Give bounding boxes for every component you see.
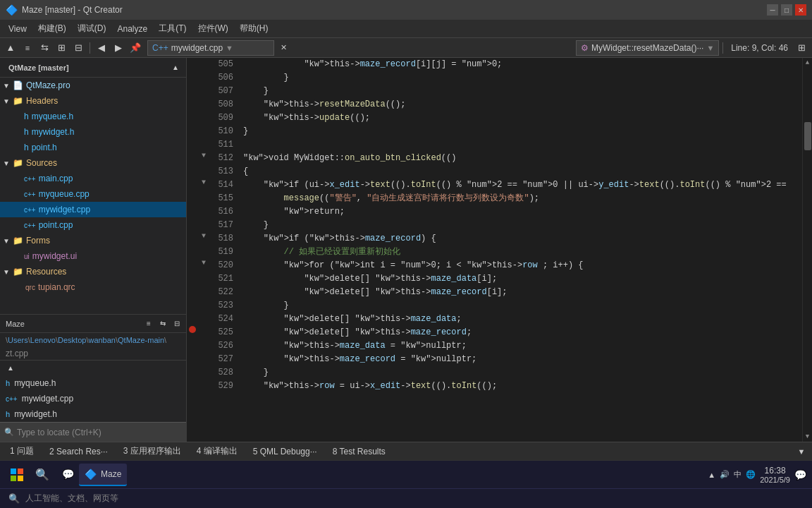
- fold-arrow[interactable]: ▼: [198, 259, 209, 267]
- path-qtmaze-main[interactable]: QtMaze-main: [118, 336, 164, 344]
- file-list-myqueue-h[interactable]: h myqueue.h: [0, 375, 186, 391]
- btab-test[interactable]: 8 Test Results: [326, 445, 393, 458]
- sidebar-bottom-filter[interactable]: ≡: [142, 318, 155, 330]
- path-wanban[interactable]: wanban: [88, 336, 116, 344]
- toolbar-filter-btn[interactable]: ≡: [20, 40, 35, 56]
- btab-compile[interactable]: 4 编译输出: [190, 444, 245, 459]
- line-code[interactable]: }: [240, 125, 802, 138]
- line-code[interactable]: }: [240, 71, 802, 85]
- menu-debug[interactable]: 调试(D): [72, 21, 112, 36]
- toolbar-add-btn[interactable]: ⊞: [54, 40, 69, 56]
- toolbar-pin-btn[interactable]: 📌: [128, 40, 143, 56]
- taskbar-lang-icon[interactable]: 中: [734, 469, 742, 480]
- path-users[interactable]: Users: [8, 336, 28, 344]
- taskbar-speaker-icon[interactable]: 🔊: [720, 470, 730, 479]
- line-code[interactable]: "kw">void MyWidget::on_auto_btn_clicked(…: [240, 152, 802, 165]
- toolbar-extra-btn[interactable]: ⊞: [794, 40, 809, 56]
- taskbar-notification-icon[interactable]: 💬: [794, 469, 806, 480]
- line-code[interactable]: "kw">delete[] "kw">this->maze_data;: [240, 313, 802, 326]
- line-code[interactable]: {: [240, 165, 802, 179]
- path-desktop[interactable]: Desktop: [58, 336, 86, 344]
- tree-item-mywidget-ui[interactable]: ui mywidget.ui: [0, 248, 186, 264]
- taskbar-search-icon[interactable]: 🔍: [31, 464, 54, 486]
- menu-help[interactable]: 帮助(H): [234, 21, 274, 36]
- line-code[interactable]: "kw">this->maze_data = "kw">nullptr;: [240, 339, 802, 353]
- btab-problems[interactable]: 1 问题: [3, 444, 41, 459]
- breakpoint-gutter[interactable]: [187, 326, 198, 333]
- btab-qml[interactable]: 5 QML Debugg···: [246, 445, 324, 458]
- menu-tools[interactable]: 工具(T): [153, 21, 192, 36]
- toolbar-split-btn[interactable]: ⊟: [70, 40, 86, 56]
- taskbar-qt-app[interactable]: 🔷 Maze: [79, 464, 127, 486]
- vscroll-down[interactable]: ▼: [803, 432, 812, 442]
- line-code[interactable]: }: [240, 85, 802, 98]
- active-file-tab[interactable]: C++ mywidget.cpp ▼: [147, 40, 274, 56]
- tree-item-main-cpp[interactable]: c++ main.cpp: [0, 171, 186, 186]
- fold-arrow[interactable]: ▼: [198, 179, 209, 186]
- sidebar-bottom-sync[interactable]: ⇆: [156, 318, 169, 330]
- path-lenovo[interactable]: Lenovo: [30, 336, 56, 344]
- line-code[interactable]: "kw">this->maze_record = "kw">nullptr;: [240, 353, 802, 366]
- windows-start-icon[interactable]: [6, 464, 28, 486]
- tree-item-headers[interactable]: ▼ 📁 Headers: [0, 93, 186, 109]
- tree-item-mywidget-cpp[interactable]: c++ mywidget.cpp: [0, 202, 186, 217]
- line-code[interactable]: "kw">this->maze_record[i][j] = "num">0;: [240, 58, 802, 71]
- clock[interactable]: 16:38 2021/5/9: [760, 466, 790, 484]
- file-list-mywidget-cpp[interactable]: c++ mywidget.cpp: [0, 391, 186, 406]
- menu-build[interactable]: 构建(B): [32, 21, 72, 36]
- vscroll-up[interactable]: ▲: [803, 58, 812, 68]
- line-code[interactable]: }: [240, 366, 802, 380]
- function-nav[interactable]: ⚙ MyWidget::resetMazeData()··· ▼: [576, 40, 719, 56]
- line-code[interactable]: "kw">delete[] "kw">this->maze_data[i];: [240, 272, 802, 286]
- sidebar-scroll-up[interactable]: ▲: [168, 60, 183, 75]
- tree-item-tupian-qrc[interactable]: qrc tupian.qrc: [0, 279, 186, 295]
- tree-item-forms[interactable]: ▼ 📁 Forms: [0, 233, 186, 248]
- line-code[interactable]: "kw">delete[] "kw">this->maze_record;: [240, 326, 802, 339]
- line-code[interactable]: "kw">for ("kw">int i = "num">0; i < "kw"…: [240, 259, 802, 272]
- sidebar-bottom-close[interactable]: ⊟: [171, 318, 183, 330]
- btabs-more[interactable]: ▼: [794, 444, 809, 459]
- line-code[interactable]: "kw">this->update(();: [240, 111, 802, 125]
- line-code[interactable]: "kw">this->resetMazeData(();: [240, 98, 802, 111]
- fold-arrow[interactable]: ▼: [198, 152, 209, 159]
- taskbar-network-icon[interactable]: 🌐: [746, 470, 756, 479]
- toolbar-prev-btn[interactable]: ◀: [94, 40, 109, 56]
- tree-item-sources[interactable]: ▼ 📁 Sources: [0, 155, 186, 171]
- line-code[interactable]: "kw">this->row = ui->x_edit->text(().toI…: [240, 380, 802, 393]
- btab-app-output[interactable]: 3 应用程序输出: [116, 444, 188, 459]
- vscroll-track[interactable]: [803, 68, 812, 432]
- line-code[interactable]: // 如果已经设置则重新初始化: [240, 246, 802, 259]
- tree-item-myqueue-cpp[interactable]: c++ myqueue.cpp: [0, 186, 186, 202]
- line-code[interactable]: "kw">if ("kw">this->maze_record) {: [240, 232, 802, 246]
- toolbar-link-btn[interactable]: ⇆: [37, 40, 52, 56]
- taskbar-tray-arrow[interactable]: ▲: [708, 471, 715, 479]
- line-code[interactable]: message(("警告", "自动生成迷宫时请将行数与列数设为奇数");: [240, 192, 802, 205]
- vscroll-thumb[interactable]: [804, 122, 811, 150]
- tree-item-point-cpp[interactable]: c++ point.cpp: [0, 217, 186, 233]
- line-code[interactable]: }: [240, 219, 802, 232]
- line-code[interactable]: "kw">delete[] "kw">this->maze_record[i];: [240, 286, 802, 299]
- tree-item-point-h[interactable]: h point.h: [0, 140, 186, 155]
- menu-analyze[interactable]: Analyze: [111, 23, 153, 35]
- fold-arrow[interactable]: ▼: [198, 232, 209, 240]
- line-code[interactable]: "kw">if (ui->x_edit->text(().toInt(() % …: [240, 179, 802, 192]
- tree-item-resources[interactable]: ▼ 📁 Resources: [0, 264, 186, 279]
- minimize-button[interactable]: ─: [767, 4, 778, 16]
- code-editor[interactable]: 505 "kw">this->maze_record[i][j] = "num"…: [187, 58, 802, 442]
- toolbar-next-btn[interactable]: ▶: [111, 40, 126, 56]
- line-code[interactable]: "kw">return;: [240, 205, 802, 219]
- close-button[interactable]: ✕: [795, 4, 806, 16]
- taskbar-chat-icon[interactable]: 💬: [56, 464, 79, 486]
- file-list-mywidget-h[interactable]: h mywidget.h: [0, 406, 186, 422]
- tree-item-qtmaze-pro[interactable]: ▼ 📄 QtMaze.pro: [0, 78, 186, 93]
- search-input[interactable]: [17, 428, 182, 437]
- tree-item-myqueue-h[interactable]: h myqueue.h: [0, 109, 186, 124]
- menu-view[interactable]: View: [3, 23, 32, 35]
- toolbar-back-btn[interactable]: ▲: [3, 40, 18, 56]
- tab-close-btn[interactable]: ✕: [276, 40, 291, 56]
- editor-vscroll[interactable]: ▲ ▼: [802, 58, 812, 442]
- tree-item-mywidget-h[interactable]: h mywidget.h: [0, 124, 186, 140]
- maximize-button[interactable]: □: [781, 4, 792, 16]
- menu-controls[interactable]: 控件(W): [192, 21, 234, 36]
- file-list-scroll-up[interactable]: ▲: [3, 361, 18, 376]
